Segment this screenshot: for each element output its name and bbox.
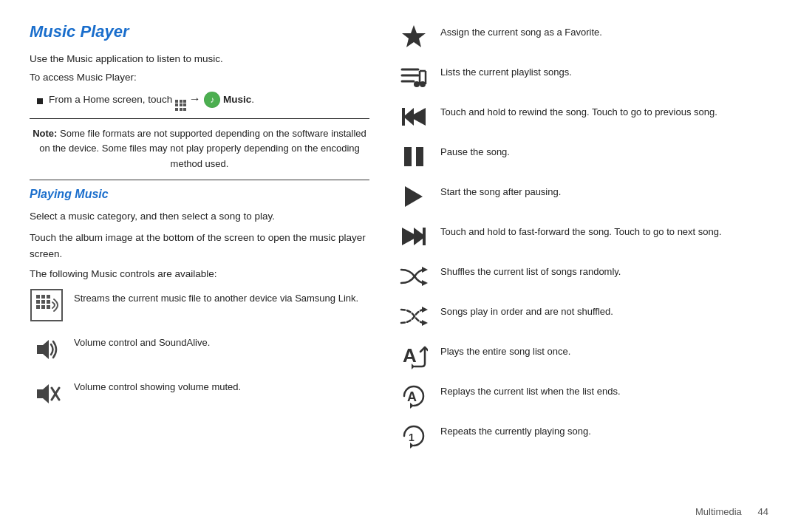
muted-icon [30, 377, 64, 411]
svg-rect-7 [36, 305, 40, 309]
controls-intro: The following Music controls are availab… [30, 268, 369, 279]
shuffle-on-icon [399, 262, 429, 291]
left-column: Music Player Use the Music application t… [30, 22, 392, 510]
svg-text:A: A [403, 344, 417, 366]
svg-rect-26 [404, 147, 412, 166]
right-row-replay-list: A Replays the current list when the list… [399, 381, 768, 411]
right-row-favorite: Assign the current song as a Favorite. [399, 22, 768, 52]
footer-label: Multimedia [695, 506, 742, 517]
icon-row-volume: Volume control and SoundAlive. [30, 332, 369, 366]
repeat-one-icon: 1 [399, 421, 429, 451]
stream-icon [30, 288, 64, 322]
right-row-shuffle-off: Songs play in order and are not shuffled… [399, 301, 768, 331]
svg-rect-2 [41, 295, 45, 299]
svg-text:A: A [407, 389, 417, 404]
note-label: Note: [33, 128, 57, 139]
body-text-2: Touch the album image at the bottom of t… [30, 230, 369, 262]
arrow-icon: → [189, 92, 204, 105]
right-row-repeat-one: 1 Repeats the currently playing song. [399, 421, 768, 451]
svg-text:1: 1 [409, 432, 415, 443]
playlist-desc: Lists the current playlist songs. [440, 62, 768, 80]
grid-icon [175, 100, 186, 111]
shuffle-off-icon [399, 301, 429, 331]
replay-list-icon: A [399, 381, 429, 411]
bullet-text: From a Home screen, touch → Music. [49, 92, 254, 111]
right-column: Assign the current song as a Favorite. [392, 22, 768, 510]
svg-rect-8 [41, 305, 45, 309]
right-row-play: Start the song after pausing. [399, 182, 768, 211]
shuffle-off-desc: Songs play in order and are not shuffled… [440, 301, 768, 319]
svg-marker-35 [422, 320, 428, 326]
intro-text: Use the Music application to listen to m… [30, 52, 369, 66]
note-box: Note: Some file formats are not supporte… [30, 126, 369, 172]
right-row-prev: Touch and hold to rewind the song. Touch… [399, 102, 768, 132]
svg-rect-27 [416, 147, 423, 166]
bullet-row: From a Home screen, touch → Music. [37, 92, 369, 111]
muted-desc: Volume control showing volume muted. [74, 377, 241, 395]
volume-icon [30, 332, 64, 366]
play-once-icon: A [399, 341, 429, 371]
shuffle-on-desc: Shuffles the current list of songs rando… [440, 262, 768, 279]
prev-icon [399, 102, 429, 132]
svg-rect-5 [41, 300, 45, 304]
svg-marker-11 [37, 384, 49, 403]
icon-row-stream: Streams the current music file to anothe… [30, 288, 369, 322]
play-icon [399, 182, 429, 211]
page-title: Music Player [30, 22, 369, 41]
prev-desc: Touch and hold to rewind the song. Touch… [440, 102, 768, 120]
favorite-icon [399, 22, 429, 52]
footer-page: 44 [758, 506, 768, 517]
play-once-desc: Plays the entire song list once. [440, 341, 768, 359]
right-row-playlist: Lists the current playlist songs. [399, 62, 768, 92]
play-desc: Start the song after pausing. [440, 182, 768, 200]
stream-desc: Streams the current music file to anothe… [74, 288, 358, 306]
svg-rect-3 [47, 295, 50, 299]
right-row-play-once: A Plays the entire song list once. [399, 341, 768, 371]
volume-desc: Volume control and SoundAlive. [74, 332, 210, 350]
svg-rect-6 [47, 300, 50, 304]
svg-marker-41 [410, 443, 414, 449]
body-text-1: Select a music category, and then select… [30, 208, 369, 225]
right-row-next: Touch and hold to fast-forward the song.… [399, 222, 768, 251]
svg-marker-33 [422, 280, 428, 286]
right-row-shuffle-on: Shuffles the current list of songs rando… [399, 262, 768, 291]
icon-row-muted: Volume control showing volume muted. [30, 377, 369, 411]
right-row-pause: Pause the song. [399, 142, 768, 171]
svg-marker-34 [422, 307, 428, 313]
svg-rect-4 [36, 300, 40, 304]
svg-marker-10 [37, 340, 49, 359]
music-app-icon [204, 92, 220, 108]
page: Music Player Use the Music application t… [0, 0, 798, 532]
svg-rect-9 [47, 305, 50, 309]
access-label: To access Music Player: [30, 70, 369, 85]
replay-list-desc: Replays the current list when the list e… [440, 381, 768, 399]
pause-icon [399, 142, 429, 171]
note-content: Some file formats are not supported depe… [39, 128, 366, 170]
next-desc: Touch and hold to fast-forward the song.… [440, 222, 768, 239]
repeat-one-desc: Repeats the currently playing song. [440, 421, 768, 439]
svg-rect-1 [36, 295, 40, 299]
divider-bottom [30, 180, 369, 180]
bullet-square-icon [37, 98, 43, 104]
favorite-desc: Assign the current song as a Favorite. [440, 22, 768, 40]
svg-marker-25 [403, 108, 414, 126]
svg-marker-28 [405, 186, 423, 207]
page-footer: Multimedia 44 [695, 506, 768, 517]
pause-desc: Pause the song. [440, 142, 768, 160]
svg-rect-31 [423, 228, 426, 245]
next-icon [399, 222, 429, 251]
section-title: Playing Music [30, 188, 369, 201]
playlist-icon [399, 62, 429, 92]
divider-top [30, 118, 369, 119]
svg-marker-14 [402, 25, 426, 47]
svg-marker-32 [422, 267, 428, 273]
